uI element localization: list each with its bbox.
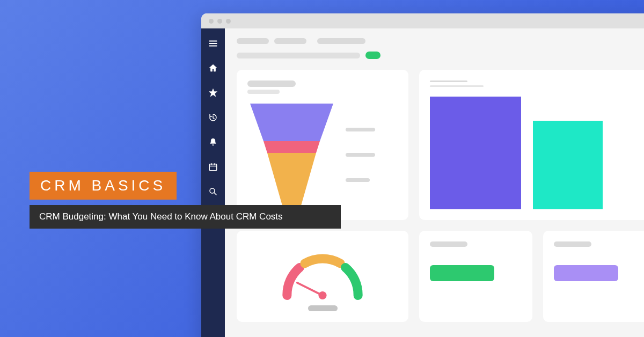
article-title: CRM Budgeting: What You Need to Know Abo… [30,205,341,229]
card-title-skeleton [430,80,467,82]
action-button-green[interactable] [430,265,494,281]
window-close-dot[interactable] [209,19,214,24]
svg-point-1 [210,188,215,193]
history-icon[interactable] [208,112,218,123]
blocks-card [419,70,644,220]
category-badge: CRM BASICS [30,172,177,200]
subheader-skeleton [237,53,360,58]
bar-chart [430,97,644,209]
svg-marker-2 [250,104,333,141]
calendar-icon[interactable] [208,162,218,172]
header-skeleton [317,38,365,44]
svg-marker-4 [267,153,316,206]
funnel-chart [247,104,336,206]
header-skeleton [237,38,269,44]
action-button-purple[interactable] [554,265,618,281]
card-title-skeleton [554,241,591,247]
card-title-skeleton [247,80,296,87]
star-icon[interactable] [208,87,218,98]
legend-skeleton [346,128,375,131]
small-card-green [419,231,532,322]
search-icon[interactable] [208,186,218,197]
window-titlebar [201,13,644,28]
header-row [237,38,644,44]
home-icon[interactable] [208,63,218,74]
card-title-skeleton [430,241,467,247]
header-skeleton [274,38,306,44]
subheader-row [237,52,644,59]
window-minimize-dot[interactable] [217,19,222,24]
menu-icon[interactable] [208,38,218,49]
funnel-legend [346,104,375,206]
gauge-label-skeleton [308,305,338,311]
svg-rect-0 [209,164,217,171]
gauge-card [237,231,408,322]
browser-window [201,13,644,337]
funnel-card [237,70,408,220]
svg-marker-3 [264,141,320,153]
legend-skeleton [346,153,375,157]
gauge-chart [272,245,374,303]
card-subtitle-skeleton [247,90,280,94]
bar-teal [533,121,603,209]
window-maximize-dot[interactable] [226,19,231,24]
main-content [225,28,644,337]
sidebar [201,28,225,337]
bar-purple [430,97,521,209]
legend-skeleton [346,178,370,182]
bell-icon[interactable] [208,137,218,148]
small-card-purple [543,231,644,322]
status-pill [365,52,380,59]
card-subtitle-skeleton [430,85,484,87]
